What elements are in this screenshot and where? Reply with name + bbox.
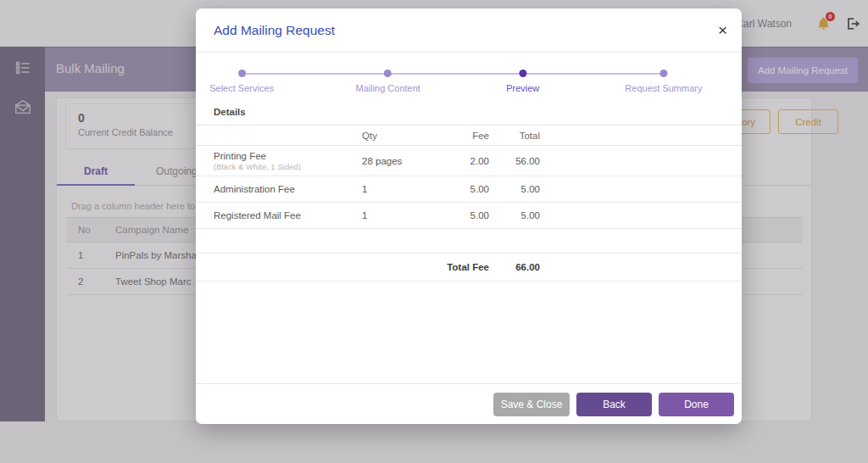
fee-total: 5.00 [489,210,540,220]
step-dot [238,70,246,77]
step-label: Preview [506,83,539,93]
modal-title: Add Mailing Request [214,23,335,38]
step-dot [519,70,526,77]
save-close-button[interactable]: Save & Close [493,393,570,416]
fee-total-row: Total Fee 66.00 [196,254,742,282]
step-dot [384,70,392,77]
fee-row-administration: Administration Fee 1 5.00 5.00 [196,176,742,203]
fee-col-fee: Fee [451,131,489,141]
step-mailing-content[interactable]: Mailing Content [355,70,420,93]
fee-fee: 5.00 [451,210,489,220]
fee-name: Registered Mail Fee [214,210,362,220]
fee-name-text: Printing Fee [214,151,266,161]
fee-col-qty: Qty [362,131,451,141]
fee-qty: 1 [362,184,451,194]
fee-row-printing: Printing Fee (Black & White, 1 Sided) 28… [196,146,742,176]
fee-total: 56.00 [489,156,540,166]
fee-fee: 5.00 [451,184,489,194]
fee-qty: 1 [362,210,451,220]
fee-table-header: Qty Fee Total [196,125,742,146]
stepper-line [242,73,664,75]
modal-header: Add Mailing Request × [196,8,742,53]
stepper: Select Services Mailing Content Preview … [196,53,742,100]
step-dot [659,70,667,77]
step-preview[interactable]: Preview [506,70,539,93]
fee-col-total: Total [489,131,540,141]
step-request-summary[interactable]: Request Summary [625,70,702,93]
total-fee-value: 66.00 [489,262,540,272]
fee-fee: 2.00 [451,156,489,166]
close-icon[interactable]: × [718,22,727,38]
fee-name: Printing Fee (Black & White, 1 Sided) [214,151,362,171]
done-button[interactable]: Done [659,393,734,416]
fee-total: 5.00 [489,184,540,194]
back-button[interactable]: Back [576,393,652,416]
modal-footer: Save & Close Back Done [196,383,742,424]
fee-row-registered-mail: Registered Mail Fee 1 5.00 5.00 [196,203,742,229]
step-select-services[interactable]: Select Services [209,70,274,93]
fee-qty: 28 pages [362,156,451,166]
add-mailing-request-modal: Add Mailing Request × Select Services Ma… [196,8,742,424]
step-label: Mailing Content [355,83,420,93]
step-label: Request Summary [625,83,702,93]
step-label: Select Services [209,83,274,93]
fee-table: Qty Fee Total Printing Fee (Black & Whit… [196,125,742,282]
fee-name-sub: (Black & White, 1 Sided) [214,162,362,171]
fee-name: Administration Fee [214,184,362,194]
fee-spacer-row [196,229,742,254]
total-fee-label: Total Fee [214,262,489,272]
details-heading: Details [196,100,742,125]
